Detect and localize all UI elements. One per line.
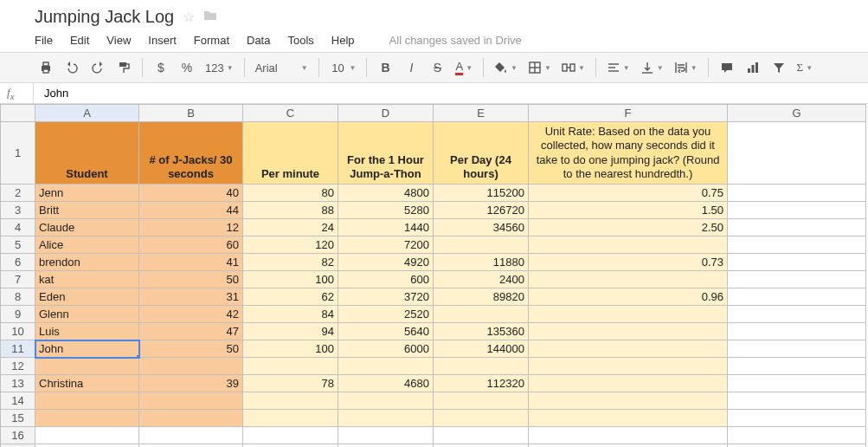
cell-F1[interactable]: Unit Rate: Based on the data you collect…: [529, 122, 728, 185]
cell-E4[interactable]: 34560: [434, 219, 529, 236]
cell-B9[interactable]: 42: [139, 306, 243, 323]
cell-D12[interactable]: [338, 358, 434, 375]
cell-G13[interactable]: [728, 375, 866, 392]
cell-D11[interactable]: 6000: [338, 340, 434, 358]
menu-file[interactable]: File: [35, 34, 53, 47]
formula-input[interactable]: [41, 85, 868, 101]
cell-G6[interactable]: [728, 254, 866, 271]
cell-D4[interactable]: 1440: [338, 219, 434, 236]
print-icon[interactable]: [35, 57, 57, 78]
cell-G9[interactable]: [728, 306, 866, 323]
cell-F8[interactable]: 0.96: [529, 288, 728, 306]
borders-dropdown[interactable]: ▼: [524, 57, 555, 78]
row-header-1[interactable]: 1: [1, 122, 35, 185]
cell-C6[interactable]: 82: [243, 254, 338, 271]
cell-B14[interactable]: [139, 392, 243, 410]
cell-G5[interactable]: [728, 236, 866, 254]
bold-button[interactable]: B: [374, 57, 396, 78]
row-header-16[interactable]: 16: [1, 427, 35, 444]
cell-A16[interactable]: [35, 427, 139, 444]
cell-D14[interactable]: [338, 392, 434, 410]
text-color-dropdown[interactable]: A▼: [452, 57, 476, 78]
cell-A9[interactable]: Glenn: [35, 306, 139, 323]
cell-E12[interactable]: [434, 358, 529, 375]
cell-F2[interactable]: 0.75: [529, 185, 728, 202]
insert-chart-icon[interactable]: [742, 57, 764, 78]
cell-E16[interactable]: [434, 427, 529, 444]
redo-icon[interactable]: [87, 57, 109, 78]
font-size-dropdown[interactable]: 10▼: [326, 57, 360, 78]
cell-E2[interactable]: 115200: [434, 185, 529, 202]
cell-G3[interactable]: [728, 202, 866, 219]
cell-C11[interactable]: 100: [243, 340, 338, 358]
vertical-align-dropdown[interactable]: ▼: [637, 57, 667, 78]
row-header-13[interactable]: 13: [1, 375, 35, 392]
row-header-3[interactable]: 3: [1, 202, 35, 219]
select-all-corner[interactable]: [1, 105, 35, 122]
cell-B7[interactable]: 50: [139, 271, 243, 288]
menu-format[interactable]: Format: [194, 34, 229, 47]
cell-A12[interactable]: [35, 358, 139, 375]
cell-F5[interactable]: [529, 236, 728, 254]
cell-D6[interactable]: 4920: [338, 254, 434, 271]
cell-D2[interactable]: 4800: [338, 185, 434, 202]
row-header-10[interactable]: 10: [1, 323, 35, 340]
row-header-9[interactable]: 9: [1, 306, 35, 323]
doc-title[interactable]: Jumping Jack Log: [35, 7, 174, 27]
column-header-G[interactable]: G: [728, 105, 866, 122]
cell-F12[interactable]: [529, 358, 728, 375]
row-header-6[interactable]: 6: [1, 254, 35, 271]
cell-C3[interactable]: 88: [243, 202, 338, 219]
cell-D1[interactable]: For the 1 Hour Jump-a-Thon: [338, 122, 434, 185]
spreadsheet-grid[interactable]: ABCDEFG 1Student# of J-Jacks/ 30 seconds…: [0, 104, 866, 447]
currency-button[interactable]: $: [150, 57, 172, 78]
cell-B3[interactable]: 44: [139, 202, 243, 219]
cell-B15[interactable]: [139, 410, 243, 427]
merge-cells-dropdown[interactable]: ▼: [558, 57, 588, 78]
cell-B12[interactable]: [139, 358, 243, 375]
cell-F17[interactable]: [529, 444, 728, 448]
cell-G4[interactable]: [728, 219, 866, 236]
cell-E13[interactable]: 112320: [434, 375, 529, 392]
cell-C7[interactable]: 100: [243, 271, 338, 288]
number-format-dropdown[interactable]: 123▼: [202, 57, 237, 78]
cell-C9[interactable]: 84: [243, 306, 338, 323]
column-header-B[interactable]: B: [139, 105, 243, 122]
cell-A10[interactable]: Luis: [35, 323, 139, 340]
cell-E6[interactable]: 11880: [434, 254, 529, 271]
percent-button[interactable]: %: [176, 57, 198, 78]
cell-B11[interactable]: 50: [139, 340, 243, 358]
cell-F13[interactable]: [529, 375, 728, 392]
filter-icon[interactable]: [768, 57, 790, 78]
cell-G1[interactable]: [728, 122, 866, 185]
cell-D15[interactable]: [338, 410, 434, 427]
insert-comment-icon[interactable]: [716, 57, 738, 78]
cell-A3[interactable]: Britt: [35, 202, 139, 219]
cell-A2[interactable]: Jenn: [35, 185, 139, 202]
cell-F6[interactable]: 0.73: [529, 254, 728, 271]
cell-B6[interactable]: 41: [139, 254, 243, 271]
cell-D7[interactable]: 600: [338, 271, 434, 288]
cell-B16[interactable]: [139, 427, 243, 444]
cell-B17[interactable]: [139, 444, 243, 448]
cell-C16[interactable]: [243, 427, 338, 444]
cell-C10[interactable]: 94: [243, 323, 338, 340]
cell-A7[interactable]: kat: [35, 271, 139, 288]
menu-tools[interactable]: Tools: [287, 34, 313, 47]
cell-E5[interactable]: [434, 236, 529, 254]
cell-E3[interactable]: 126720: [434, 202, 529, 219]
cell-F4[interactable]: 2.50: [529, 219, 728, 236]
cell-A4[interactable]: Claude: [35, 219, 139, 236]
cell-E8[interactable]: 89820: [434, 288, 529, 306]
cell-F3[interactable]: 1.50: [529, 202, 728, 219]
font-name-dropdown[interactable]: Arial▼: [252, 57, 312, 78]
cell-C4[interactable]: 24: [243, 219, 338, 236]
cell-C5[interactable]: 120: [243, 236, 338, 254]
menu-data[interactable]: Data: [247, 34, 270, 47]
cell-F15[interactable]: [529, 410, 728, 427]
row-header-4[interactable]: 4: [1, 219, 35, 236]
cell-A17[interactable]: [35, 444, 139, 448]
cell-A13[interactable]: Christina: [35, 375, 139, 392]
cell-G2[interactable]: [728, 185, 866, 202]
cell-B2[interactable]: 40: [139, 185, 243, 202]
